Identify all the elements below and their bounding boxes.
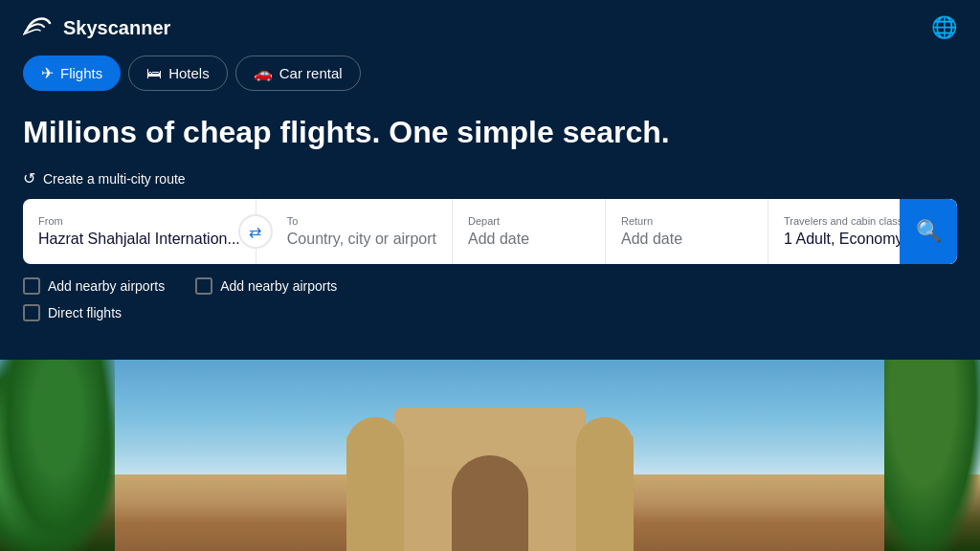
nav-tabs: ✈ Flights 🛏 Hotels 🚗 Car rental <box>0 55 980 106</box>
checkbox-box-nearby-to[interactable] <box>195 277 212 295</box>
gate-tower-left <box>346 417 404 551</box>
tab-car-label: Car rental <box>279 65 343 81</box>
multi-city-icon: ↺ <box>23 169 35 187</box>
filter-row: Add nearby airports Add nearby airports <box>23 277 957 295</box>
skyscanner-logo-icon <box>23 13 54 42</box>
tree-left <box>0 360 115 551</box>
return-field[interactable]: Return Add date <box>606 199 768 264</box>
return-label: Return <box>621 215 752 227</box>
tab-hotels-label: Hotels <box>168 65 210 81</box>
search-button[interactable]: 🔍 <box>900 199 957 264</box>
from-label: From <box>38 215 240 227</box>
tree-right <box>884 360 980 551</box>
search-icon: 🔍 <box>916 219 942 244</box>
direct-flights-row: Direct flights <box>23 304 957 321</box>
building <box>251 408 729 551</box>
hero-section: Millions of cheap flights. One simple se… <box>0 106 980 341</box>
swap-icon: ⇄ <box>249 223 261 241</box>
multi-city-label: Create a multi-city route <box>43 171 186 187</box>
depart-placeholder: Add date <box>468 231 590 248</box>
header: Skyscanner 🌐 <box>0 0 980 55</box>
add-nearby-from-label: Add nearby airports <box>48 278 165 294</box>
add-nearby-to-checkbox[interactable]: Add nearby airports <box>195 277 337 295</box>
tab-flights-label: Flights <box>60 65 102 81</box>
app-name: Skyscanner <box>63 17 170 39</box>
hero-background-image <box>0 360 980 551</box>
swap-button[interactable]: ⇄ <box>238 214 273 249</box>
logo: Skyscanner <box>23 13 170 42</box>
gate-arch <box>452 455 528 551</box>
to-field[interactable]: To Country, city or airport <box>256 199 453 264</box>
to-label: To <box>287 215 436 227</box>
return-placeholder: Add date <box>621 231 752 248</box>
depart-field[interactable]: Depart Add date <box>453 199 606 264</box>
depart-label: Depart <box>468 215 590 227</box>
hotels-icon: 🛏 <box>146 65 162 82</box>
search-bar: From Hazrat Shahjalal Internation... ⇄ T… <box>23 199 957 264</box>
tab-car-rental[interactable]: 🚗 Car rental <box>235 55 361 91</box>
tab-flights[interactable]: ✈ Flights <box>23 55 121 91</box>
to-placeholder: Country, city or airport <box>287 231 436 248</box>
hero-title: Millions of cheap flights. One simple se… <box>23 114 957 150</box>
checkbox-box-nearby-from[interactable] <box>23 277 40 295</box>
from-value: Hazrat Shahjalal Internation... <box>38 231 240 248</box>
background-scene <box>0 360 980 551</box>
direct-flights-checkbox[interactable]: Direct flights <box>23 304 122 321</box>
car-icon: 🚗 <box>254 64 273 82</box>
globe-icon[interactable]: 🌐 <box>931 15 957 40</box>
checkbox-box-direct[interactable] <box>23 304 40 321</box>
gate-tower-right <box>576 417 634 551</box>
add-nearby-from-checkbox[interactable]: Add nearby airports <box>23 277 165 295</box>
flights-icon: ✈ <box>41 64 54 82</box>
from-field[interactable]: From Hazrat Shahjalal Internation... ⇄ <box>23 199 256 264</box>
multi-city-link[interactable]: ↺ Create a multi-city route <box>23 169 957 187</box>
tab-hotels[interactable]: 🛏 Hotels <box>128 55 228 91</box>
direct-flights-label: Direct flights <box>48 305 122 320</box>
add-nearby-to-label: Add nearby airports <box>220 278 337 294</box>
